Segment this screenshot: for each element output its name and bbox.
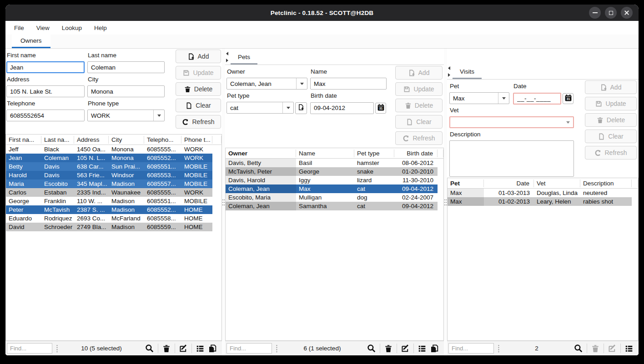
panel-splitter[interactable] — [444, 49, 447, 355]
clear-button[interactable]: Clear — [585, 130, 637, 143]
telephone-label: Telephone — [7, 100, 85, 107]
pet-type-combo[interactable]: cat — [226, 102, 294, 114]
list-icon[interactable] — [418, 344, 426, 353]
telephone-field[interactable] — [6, 110, 85, 121]
copy-icon[interactable] — [430, 344, 438, 353]
clear-button[interactable]: Clear — [176, 99, 221, 112]
table-row-selected[interactable]: MariaEscobito345 Mapl...Madison6085557..… — [6, 180, 212, 188]
column-header[interactable]: Description — [580, 180, 632, 187]
toolbar-grip[interactable] — [276, 344, 277, 353]
phone-type-combo[interactable]: WORK — [87, 110, 165, 121]
table-row[interactable]: Escobito, MariaMulligandog02-24-2007 — [226, 193, 438, 202]
table-row[interactable]: DavidSchroeder2749 Bla...Madison6085559.… — [6, 223, 212, 231]
delete-button[interactable]: Delete — [176, 82, 221, 96]
city-field[interactable] — [87, 85, 165, 97]
tab-visits[interactable]: Visits — [453, 65, 482, 79]
tab-scroll-arrows[interactable] — [225, 52, 230, 62]
column-header[interactable]: Last na... — [41, 136, 74, 144]
delete-icon[interactable] — [162, 344, 171, 353]
description-field[interactable] — [449, 140, 574, 177]
refresh-button[interactable]: Refresh — [585, 146, 637, 160]
table-row[interactable]: McTavish, PeterGeorgesnake01-20-2010 — [226, 167, 438, 176]
menu-lookup[interactable]: Lookup — [62, 25, 82, 31]
column-header-sorted[interactable]: Pet — [448, 180, 484, 187]
edit-icon[interactable] — [179, 344, 187, 353]
first-name-field[interactable] — [6, 61, 85, 73]
table-row-selected[interactable]: Coleman, JeanMaxcat09-04-2012 — [226, 184, 438, 193]
edit-icon[interactable] — [608, 344, 616, 353]
menu-help[interactable]: Help — [94, 25, 107, 31]
birth-date-picker-button[interactable]: 31 — [375, 103, 386, 114]
maximize-button[interactable] — [605, 7, 617, 19]
list-icon[interactable] — [625, 344, 633, 353]
owner-combo[interactable]: Coleman, Jean — [226, 78, 307, 90]
edit-icon[interactable] — [401, 344, 409, 353]
close-button[interactable] — [621, 7, 633, 19]
update-button[interactable]: Update — [395, 82, 443, 96]
toolbar-grip[interactable] — [498, 344, 499, 353]
column-header[interactable]: Birth date — [394, 150, 438, 157]
copy-icon[interactable] — [208, 344, 216, 353]
add-button[interactable]: Add — [395, 66, 443, 80]
search-icon[interactable] — [367, 344, 376, 353]
panel-splitter[interactable] — [222, 49, 225, 355]
find-input[interactable] — [226, 343, 272, 354]
menu-view[interactable]: View — [36, 25, 50, 31]
table-row[interactable]: CarlosEstaban2335 Ind...Waunakee6085555.… — [6, 188, 212, 197]
table-row[interactable]: Max01-02-2013Leary, Helenrabies shot — [448, 197, 632, 206]
search-icon[interactable] — [574, 344, 583, 353]
table-row-selected[interactable]: PeterMcTavish2387 S. ...Madison6085552..… — [6, 205, 212, 214]
refresh-button[interactable]: Refresh — [395, 131, 443, 145]
toolbar-grip[interactable] — [56, 344, 58, 353]
delete-icon[interactable] — [384, 344, 392, 353]
pets-table-header: Owner Name Pet type Birth date — [226, 148, 443, 159]
column-header[interactable]: Address — [74, 136, 109, 144]
column-header[interactable]: Name — [296, 150, 354, 157]
column-header[interactable]: Pet type — [354, 150, 394, 157]
find-input[interactable] — [448, 343, 494, 354]
update-button[interactable]: Update — [176, 66, 221, 80]
search-icon[interactable] — [145, 344, 154, 353]
add-button[interactable]: Add — [176, 50, 221, 63]
visit-date-picker-button[interactable]: 31 — [563, 93, 574, 104]
delete-button[interactable]: Delete — [585, 113, 637, 127]
table-row[interactable]: EduardoRodriquez2693 Co...McFarland60855… — [6, 214, 212, 223]
column-header[interactable]: Vet — [534, 180, 580, 187]
table-row[interactable]: Coleman, JeanSamanthacat09-04-2012 — [226, 202, 438, 210]
refresh-button[interactable]: Refresh — [176, 115, 221, 129]
minimize-button[interactable] — [589, 7, 601, 19]
visit-date-field[interactable] — [513, 93, 561, 105]
birth-date-field[interactable] — [310, 102, 374, 114]
pet-combo[interactable]: Max — [449, 92, 509, 104]
pet-name-field[interactable] — [310, 78, 387, 90]
update-button[interactable]: Update — [585, 97, 637, 110]
table-row-selected[interactable]: JeanColeman105 N. L...Monona6085552...WO… — [6, 154, 212, 162]
column-header-sorted[interactable]: Owner — [226, 150, 296, 157]
tab-owners[interactable]: Owners — [12, 35, 50, 48]
column-header[interactable]: City — [109, 136, 144, 144]
table-row[interactable]: Davis, BettyBasilhamster08-06-2012 — [226, 159, 438, 167]
table-row[interactable]: GeorgeFranklin110 W. ...Madison6085551..… — [6, 197, 212, 205]
address-field[interactable] — [6, 85, 85, 97]
table-row[interactable]: Davis, HaroldIggylizard11-30-2010 — [226, 176, 438, 184]
column-header[interactable]: Date — [484, 180, 534, 187]
tab-pets[interactable]: Pets — [231, 51, 257, 65]
add-pet-type-button[interactable] — [295, 102, 307, 114]
delete-button[interactable]: Delete — [395, 99, 443, 112]
add-button[interactable]: Add — [585, 80, 637, 94]
menu-file[interactable]: File — [14, 25, 24, 31]
table-row[interactable]: Max01-03-2013Douglas, Lindaneutered — [448, 189, 632, 197]
last-name-field[interactable] — [87, 61, 165, 73]
table-row[interactable]: JeffBlack1450 Oa...Monona6085555...WORK — [6, 145, 212, 154]
list-icon[interactable] — [196, 344, 204, 353]
table-row-selected[interactable]: HaroldDavis563 Frie...Windsor6085553...M… — [6, 171, 212, 180]
tab-scroll-arrows[interactable] — [447, 66, 452, 77]
column-header[interactable]: Telepho... — [144, 136, 181, 144]
clear-button[interactable]: Clear — [395, 115, 443, 129]
find-input[interactable] — [7, 343, 52, 354]
column-header[interactable]: First na... — [6, 136, 41, 144]
vet-combo[interactable] — [449, 116, 574, 128]
delete-icon[interactable] — [591, 344, 599, 353]
column-header[interactable]: Phone t... — [181, 136, 212, 144]
table-row-selected[interactable]: BettyDavis638 Car...Sun Prai...6085551..… — [6, 162, 212, 171]
